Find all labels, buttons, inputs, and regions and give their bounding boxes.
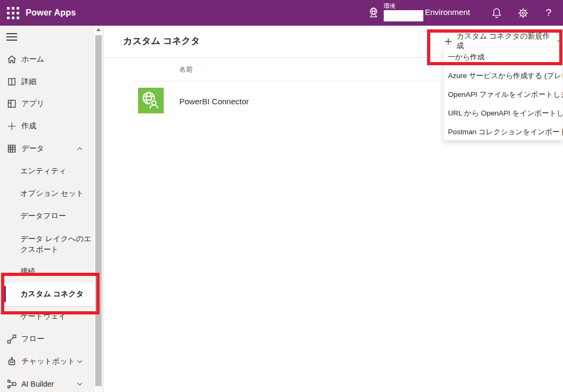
apps-icon <box>6 98 17 109</box>
menu-item-import-openapi-file[interactable]: OpenAPI ファイルをインポートします <box>444 85 562 104</box>
help-icon: ? <box>546 7 552 19</box>
home-icon <box>6 54 17 65</box>
menu-item-create-from-azure-service[interactable]: Azure サービスから作成する (プレビュー) <box>444 66 562 85</box>
sidebar-item-flows[interactable]: フロー <box>0 328 94 350</box>
sidebar-item-export-to-data-lake[interactable]: データ レイクへのエクスポート <box>0 232 94 256</box>
waffle-icon <box>7 7 19 19</box>
flow-icon <box>6 334 17 344</box>
book-icon <box>6 76 17 87</box>
sidebar-item-label: ゲートウェイ <box>20 312 66 321</box>
help-button[interactable]: ? <box>538 0 559 26</box>
sidebar-item-connections[interactable]: 接続 <box>0 260 94 283</box>
sidebar-item-dataflows[interactable]: データフロー <box>0 205 94 227</box>
menu-item-import-openapi-from-url[interactable]: URL から OpenAPI をインポートします <box>444 104 562 122</box>
sidebar-item-label: データ レイクへのエクスポート <box>20 233 96 255</box>
app-title: Power Apps <box>26 0 76 26</box>
sidebar-item-label: データフロー <box>20 211 66 221</box>
scrollbar-thumb[interactable] <box>95 35 102 386</box>
sidebar-item-label: AI Builder <box>21 380 54 388</box>
gear-icon <box>517 7 529 19</box>
environment-label: 環境 <box>384 2 395 10</box>
chevron-up-icon <box>76 145 83 152</box>
sidebar-item-label: ホーム <box>21 55 44 64</box>
sidebar-item-data[interactable]: データ <box>0 137 94 160</box>
scrollbar-up-arrow-icon[interactable] <box>94 26 103 34</box>
new-connector-dropdown-menu: 一から作成 Azure サービスから作成する (プレビュー) OpenAPI フ… <box>443 47 563 141</box>
left-navigation: ホーム 詳細 アプリ 作成 データ <box>0 26 103 392</box>
environment-icon <box>367 6 380 19</box>
sidebar-item-label: カスタム コネクタ <box>20 289 84 299</box>
sidebar-item-home[interactable]: ホーム <box>0 48 94 71</box>
plus-icon <box>444 37 452 45</box>
sidebar-item-entities[interactable]: エンティティ <box>0 160 94 182</box>
sidebar-scrollbar[interactable] <box>94 26 103 392</box>
settings-button[interactable] <box>512 0 534 26</box>
network-icon <box>6 379 17 389</box>
sidebar-item-label: データ <box>21 144 44 153</box>
page-title: カスタム コネクタ <box>123 35 200 47</box>
bell-icon <box>491 7 503 19</box>
table-icon <box>6 143 17 154</box>
sidebar-item-label: アプリ <box>21 99 44 109</box>
environment-name-redaction <box>384 10 423 21</box>
new-custom-connector-button[interactable]: カスタム コネクタの新規作成 <box>444 32 563 50</box>
sidebar-item-gateways[interactable]: ゲートウェイ <box>0 305 94 328</box>
sidebar-item-label: チャットボット <box>21 357 75 366</box>
chevron-down-icon <box>76 380 83 388</box>
sidebar-item-label: エンティティ <box>20 166 66 176</box>
sidebar-item-label: 作成 <box>21 121 36 131</box>
sidebar-item-label: 詳細 <box>21 77 36 87</box>
plus-icon <box>6 121 17 132</box>
menu-item-import-postman-collection[interactable]: Postman コレクションをインポートします <box>444 122 562 141</box>
sidebar-item-chatbots[interactable]: チャットボット <box>0 350 94 373</box>
sidebar-item-learn[interactable]: 詳細 <box>0 71 94 93</box>
sidebar-item-ai-builder[interactable]: AI Builder <box>0 373 94 392</box>
sidebar-item-label: 接続 <box>20 267 35 276</box>
connector-name: PowerBI Connector <box>179 97 249 106</box>
power-apps-screen: Power Apps 環境 Environment <box>0 0 563 392</box>
name-column-header: 名前 <box>179 65 193 74</box>
environment-picker[interactable]: Environment <box>425 7 470 17</box>
sidebar-item-apps[interactable]: アプリ <box>0 93 94 115</box>
sidebar-item-create[interactable]: 作成 <box>0 115 94 137</box>
collapse-nav-button[interactable] <box>6 33 17 42</box>
top-app-bar: Power Apps 環境 Environment <box>0 0 563 26</box>
chevron-down-icon <box>557 38 563 44</box>
sidebar-item-custom-connectors[interactable]: カスタム コネクタ <box>0 283 94 305</box>
notifications-button[interactable] <box>486 0 507 26</box>
sidebar-item-label: オプション セット <box>20 189 84 198</box>
connector-tile <box>138 88 164 113</box>
app-launcher-button[interactable] <box>0 0 26 26</box>
chevron-down-icon <box>76 358 83 365</box>
bot-icon <box>6 356 17 367</box>
sidebar-item-option-sets[interactable]: オプション セット <box>0 182 94 205</box>
globe-person-icon <box>138 88 164 113</box>
new-connector-button-label: カスタム コネクタの新規作成 <box>457 32 551 51</box>
sidebar-item-label: フロー <box>21 334 44 344</box>
